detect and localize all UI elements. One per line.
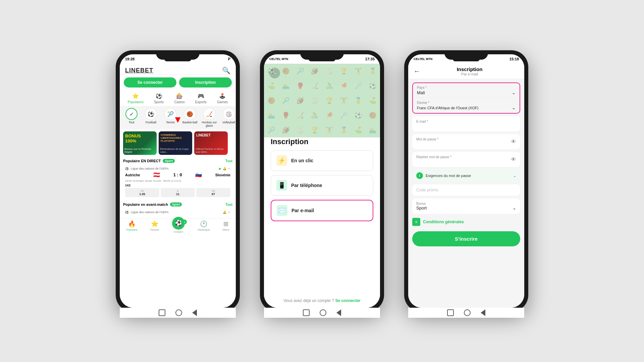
pattern-badminton: 🏸 — [351, 78, 366, 93]
password-label: Mot de passe * — [416, 137, 516, 141]
pattern-soccer: ⚽ — [264, 64, 278, 78]
basketball-icon: 🏀 — [184, 108, 196, 120]
sport-badge-avant[interactable]: Sport — [170, 202, 182, 206]
signin-link[interactable]: Se connecter — [335, 298, 360, 303]
star2-icon[interactable]: ☆ — [228, 210, 230, 214]
bell-icon[interactable]: 🔔 — [223, 167, 226, 170]
tab-populaires[interactable]: ⭐ Populaires — [128, 92, 144, 104]
phone2-time: 17:35 — [365, 57, 375, 61]
tab-sports[interactable]: ⚽ Sports — [154, 92, 164, 104]
phone-2: CELTEL MTN 17:35 ← ⚽ 🏀 🎾 🏈 🏐 🏆 🏋️ 🏅 ⛳ 🏊 — [260, 50, 384, 312]
back-btn-hw-2[interactable] — [336, 309, 341, 316]
eye-icon-repeat[interactable]: 👁 — [511, 157, 516, 163]
promo-bonus[interactable]: BONUS100% Bonus sur le Premier Dépôt — [123, 131, 157, 155]
email-field-empty — [416, 123, 516, 128]
pattern-swim3: 🏊 — [366, 123, 380, 137]
eye-icon-password[interactable]: 👁 — [511, 139, 516, 145]
sport-tout[interactable]: ✓ Tout — [123, 108, 140, 127]
pattern-golf2: ⛳ — [366, 93, 380, 108]
reg-option-phone[interactable]: 📱 Par téléphone — [271, 175, 373, 196]
phone1-inner: 19:28 P LINEBET 🔍 Se connecter Inscripti… — [120, 54, 236, 308]
tout-link-avant[interactable]: Tout — [225, 203, 232, 206]
sport-basketball[interactable]: 🏀 Basket-ball — [181, 108, 198, 127]
phone3-bottom-bar — [408, 308, 524, 318]
tab-casino[interactable]: 🎰 Casino — [174, 92, 184, 104]
bonus-select[interactable]: Bonus Sport ⌄ — [412, 198, 520, 214]
pattern-volleyball: 🏐 — [322, 64, 336, 78]
p3-header: ← Inscription Par e-mail — [408, 64, 524, 79]
bonus-label: Bonus — [416, 202, 516, 205]
email-input-group[interactable]: E-mail * — [412, 116, 520, 131]
devise-group[interactable]: Devise * Franc CFA d'Afrique de l'Ouest … — [413, 98, 520, 113]
pattern-dumbbell3: 🏋️ — [322, 123, 336, 137]
star-icon[interactable]: ☆ — [228, 167, 230, 170]
info-icon: i — [416, 172, 423, 179]
hockey-icon: 🏒 — [203, 108, 215, 120]
volleyball-icon: 🏐 — [223, 108, 235, 120]
bnav-favoris[interactable]: ⭐ Favoris — [150, 220, 159, 233]
back-btn-hw[interactable] — [192, 309, 197, 316]
p3-subtitle: Par e-mail — [420, 72, 519, 76]
promo-bonus-label: Bonus sur le Premier Dépôt — [124, 147, 155, 154]
tab-esports[interactable]: 🎮 Esports — [195, 92, 207, 104]
tab-games-label: Games — [217, 100, 228, 104]
team2-name: Slovénie — [215, 173, 230, 177]
circle-btn[interactable] — [175, 309, 182, 316]
pays-group[interactable]: Pays * Mali ⌄ — [413, 83, 520, 98]
password-requirements[interactable]: i Exigences du mot de passe ⌄ — [412, 170, 520, 182]
bnav-populaire[interactable]: 🔥 Populaire — [126, 220, 138, 233]
hockey-label: Hockey sur glace — [201, 121, 218, 127]
p3-back-button[interactable]: ← — [414, 67, 420, 75]
odd-x[interactable]: X 11 — [161, 188, 195, 197]
tab-games[interactable]: 🕹️ Games — [217, 92, 228, 104]
code-promo-input[interactable]: Code promo — [412, 184, 520, 196]
conditions-link[interactable]: Conditions générales — [423, 220, 464, 224]
phone3-time: 15:18 — [509, 57, 519, 61]
pattern-basketball3: 🏀 — [366, 108, 380, 123]
connect-button[interactable]: Se connecter — [124, 77, 176, 87]
pattern-trophy2: 🏆 — [322, 93, 336, 108]
football-label: Football — [146, 121, 156, 124]
circle-btn-3[interactable] — [464, 309, 471, 316]
phone-3: CELTEL MTN 15:18 ← Inscription Par e-mai… — [404, 50, 528, 312]
phone1-signal: P — [228, 57, 230, 61]
promo-linebet[interactable]: LINEBET Official Partner in Africa and M… — [194, 131, 228, 155]
circle-btn-2[interactable] — [320, 309, 326, 316]
search-icon[interactable]: 🔍 — [222, 66, 230, 74]
email-label: E-mail * — [416, 120, 516, 123]
bnav-menu[interactable]: ⊞ Menu — [223, 220, 229, 233]
odd-v2[interactable]: V2 67 — [196, 188, 230, 197]
tout-label: Tout — [128, 121, 134, 124]
x-label: X — [162, 189, 194, 192]
odd-v1[interactable]: V1 1.05 — [125, 188, 159, 197]
password-input-group[interactable]: Mot de passe * 👁 — [412, 134, 520, 149]
pattern-hockey3: 🏒 — [293, 108, 308, 123]
sport-football[interactable]: ⚽ Football — [143, 108, 159, 127]
reg-option-email[interactable]: ✉️ Par e-mail — [271, 200, 373, 221]
repeat-password-input-group[interactable]: Répéter mot de passe * 👁 — [412, 152, 520, 167]
pattern-basketball: 🏀 — [278, 64, 293, 78]
bnav-coupon[interactable]: ⚽ 3 Coupon — [172, 220, 185, 233]
reg-option-click[interactable]: ⚡ En un clic — [271, 150, 373, 171]
sinscrire-button[interactable]: S'inscrire — [412, 231, 520, 246]
phone1-nav-tabs: ⭐ Populaires ⚽ Sports 🎰 Casino 🎮 Esports… — [120, 90, 236, 106]
pattern-dumbbell2: 🏋️ — [336, 93, 351, 108]
promo-libertadores[interactable]: CONMEBOLLIBERTADORESPLAYOFFS Éliminateur… — [159, 131, 192, 155]
home-btn-3[interactable] — [447, 309, 454, 316]
home-btn[interactable] — [159, 309, 165, 316]
basketball-label: Basket-ball — [182, 121, 198, 124]
sport-badge-direct[interactable]: Sport — [163, 159, 175, 163]
bnav-historique[interactable]: 🕐 Historique — [198, 220, 210, 233]
home-btn-2[interactable] — [303, 309, 310, 316]
live-icon[interactable]: ▶ — [219, 167, 221, 170]
sport-hockey[interactable]: 🏒 Hockey sur glace — [201, 108, 218, 127]
inscription-button[interactable]: Inscription — [179, 77, 232, 87]
sport-volleyball[interactable]: 🏐 Volleyball — [220, 108, 236, 127]
back-btn-hw-3[interactable] — [481, 309, 485, 316]
bnav-coupon-label: Coupon — [174, 230, 183, 233]
pattern-basketball2: 🏀 — [264, 93, 278, 108]
tout-link-direct[interactable]: Tout — [225, 159, 232, 163]
sport-tennis[interactable]: 🎾 Tennis — [162, 108, 179, 127]
bell2-icon[interactable]: 🔔 — [223, 210, 226, 214]
phone1-notch — [156, 50, 200, 60]
